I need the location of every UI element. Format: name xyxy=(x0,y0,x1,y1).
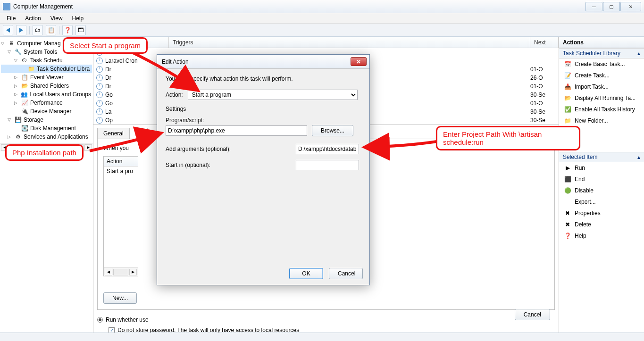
tree-icon: 👥 xyxy=(21,91,28,98)
clock-icon xyxy=(96,108,103,115)
col-next[interactable]: Next xyxy=(530,37,559,48)
action-label: Run xyxy=(575,165,585,171)
clock-icon xyxy=(96,91,103,98)
tab-general[interactable]: General xyxy=(97,128,130,139)
program-input[interactable] xyxy=(166,125,307,136)
new-button[interactable]: New... xyxy=(103,292,137,304)
action-item[interactable]: ✖Delete xyxy=(559,219,644,230)
action-icon: ▶ xyxy=(564,164,571,172)
browse-button[interactable]: Browse... xyxy=(312,125,353,136)
ok-button[interactable]: OK xyxy=(289,268,323,279)
col-triggers[interactable]: Triggers xyxy=(169,37,530,48)
action-cell[interactable]: Start a pro xyxy=(104,166,138,176)
tree-node[interactable]: ⚙Services and Applications xyxy=(1,133,92,141)
action-icon: ⬛ xyxy=(564,175,571,183)
action-item[interactable]: ✖Properties xyxy=(559,208,644,219)
maximize-button[interactable]: ▢ xyxy=(603,2,620,11)
tree-twist-icon[interactable] xyxy=(8,50,12,54)
action-label: Delete xyxy=(575,221,591,228)
task-next: 01-O xyxy=(530,66,559,73)
tree-label: Computer Manag xyxy=(17,40,61,47)
action-item[interactable]: 📥Import Task... xyxy=(559,81,644,92)
menubar: File Action View Help xyxy=(0,13,644,24)
action-item[interactable]: ⬛End xyxy=(559,174,644,185)
action-item[interactable]: 📝Create Task... xyxy=(559,70,644,81)
tree-twist-icon[interactable] xyxy=(14,92,19,97)
menu-action[interactable]: Action xyxy=(21,14,44,23)
app-icon xyxy=(3,3,10,10)
toolbar-icon-4[interactable]: 🗔 xyxy=(75,25,86,35)
task-next: 30-Se xyxy=(530,117,559,124)
task-list-header: Na Triggers Next xyxy=(93,37,559,48)
tree-twist-icon[interactable] xyxy=(1,41,6,46)
action-label: Action: xyxy=(166,91,183,98)
clock-icon xyxy=(96,83,103,90)
action-item[interactable]: ✅Enable All Tasks History xyxy=(559,104,644,115)
cancel-button[interactable]: Cancel xyxy=(329,268,363,279)
actions-section-1[interactable]: Task Scheduler Library▴ xyxy=(559,48,644,58)
tree-icon: 📁 xyxy=(27,65,35,73)
action-item[interactable]: Export... xyxy=(559,196,644,208)
tree-icon: ⚙ xyxy=(14,133,22,141)
tree-node[interactable]: 📁Task Scheduler Libra xyxy=(1,65,92,73)
tree-node[interactable]: 💽Disk Management xyxy=(1,124,92,133)
tree-twist-icon[interactable] xyxy=(8,134,12,139)
task-name: Dr xyxy=(105,66,111,73)
tree-node[interactable]: 👥Local Users and Groups xyxy=(1,90,92,99)
action-item[interactable]: 🟢Disable xyxy=(559,185,644,196)
menu-file[interactable]: File xyxy=(3,14,19,23)
tab-triggers[interactable]: Tri xyxy=(129,128,148,139)
actions-section-2[interactable]: Selected Item▴ xyxy=(559,152,644,162)
tree-node[interactable]: 📈Performance xyxy=(1,99,92,107)
tree-twist-icon[interactable] xyxy=(8,117,12,122)
tree-label: Event Viewer xyxy=(30,74,63,81)
action-select[interactable]: Start a program xyxy=(188,90,358,100)
action-label: Create Task... xyxy=(575,72,610,79)
toolbar-icon-1[interactable]: 🗂 xyxy=(33,25,43,35)
dialog-close-button[interactable]: ✕ xyxy=(351,57,367,66)
toolbar: 🗂 📋 ❓ 🗔 xyxy=(0,24,644,37)
clock-icon xyxy=(96,117,103,124)
action-icon: 📝 xyxy=(564,72,571,79)
tree-node[interactable]: 💾Storage xyxy=(1,116,92,124)
tree-icon: 🖥 xyxy=(8,40,15,47)
nav-forward-button[interactable] xyxy=(16,25,26,35)
nav-back-button[interactable] xyxy=(3,25,13,35)
action-item[interactable]: ❓Help xyxy=(559,230,644,241)
minimize-button[interactable]: — xyxy=(585,2,602,11)
startin-input[interactable] xyxy=(296,160,359,170)
radio-run-whether[interactable] xyxy=(97,317,103,323)
action-item[interactable]: 📂Display All Running Ta... xyxy=(559,92,644,104)
tree-label: Device Manager xyxy=(30,108,71,115)
tree-twist-icon[interactable] xyxy=(14,83,19,88)
menu-help[interactable]: Help xyxy=(68,14,88,23)
action-item[interactable]: 📁New Folder... xyxy=(559,115,644,126)
toolbar-icon-2[interactable]: 📋 xyxy=(46,25,56,35)
tree-icon: ⏲ xyxy=(21,57,28,64)
menu-view[interactable]: View xyxy=(47,14,67,23)
tree-label: Storage xyxy=(24,116,43,123)
annotation-2: Php Installation path xyxy=(5,144,84,161)
dialog-title: Edit Action xyxy=(162,58,189,65)
tree-label: Disk Management xyxy=(30,125,76,132)
action-col-hdr: Action xyxy=(104,157,138,166)
action-label: Create Basic Task... xyxy=(575,61,625,67)
tree-node[interactable]: 🔌Device Manager xyxy=(1,107,92,116)
tree-node[interactable]: ⏲Task Schedu xyxy=(1,56,92,65)
tree-twist-icon[interactable] xyxy=(14,100,19,105)
clock-icon xyxy=(96,58,103,64)
outer-cancel-button[interactable]: Cancel xyxy=(515,309,550,320)
tree-twist-icon[interactable] xyxy=(14,75,19,80)
tree-node[interactable]: 📋Event Viewer xyxy=(1,73,92,82)
annotation-3: Enter Project Path With \artisan schedul… xyxy=(436,126,580,150)
action-icon: 📅 xyxy=(564,60,571,68)
task-name: Op xyxy=(105,117,113,124)
close-button[interactable]: ✕ xyxy=(620,2,641,11)
checkbox-nopwd[interactable]: ✓ xyxy=(109,327,115,333)
args-input[interactable] xyxy=(296,144,359,154)
action-item[interactable]: ▶Run xyxy=(559,162,644,174)
toolbar-icon-3[interactable]: ❓ xyxy=(62,25,73,35)
action-item[interactable]: 📅Create Basic Task... xyxy=(559,58,644,70)
tree-node[interactable]: 📂Shared Folders xyxy=(1,82,92,90)
tree-twist-icon[interactable] xyxy=(14,58,19,63)
